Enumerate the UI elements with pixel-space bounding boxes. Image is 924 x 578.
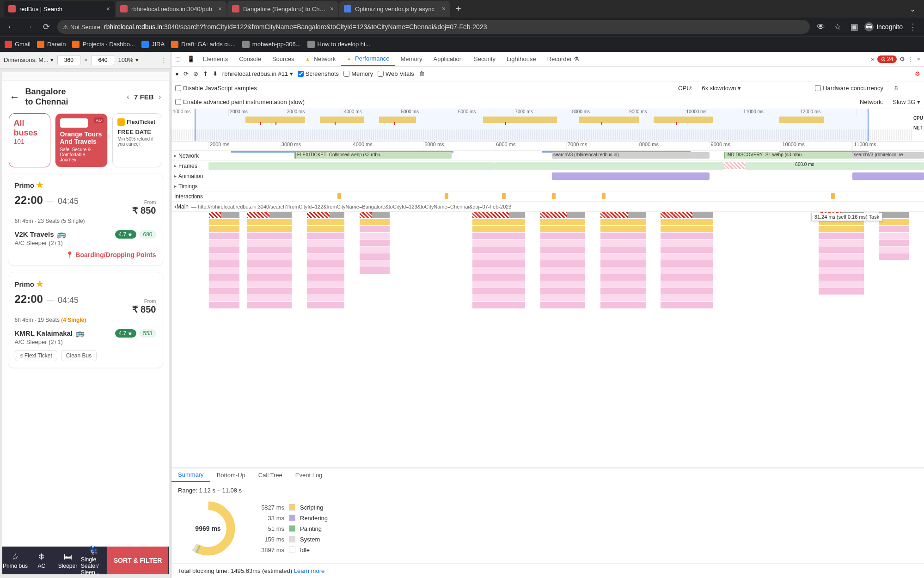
chip-all-buses[interactable]: All buses 101 xyxy=(9,113,50,167)
trash-icon[interactable]: 🗑 xyxy=(419,70,425,77)
not-secure-badge[interactable]: ⚠ Not Secure xyxy=(63,24,100,31)
cpu-throttle-select[interactable]: 6x slowdown ▾ xyxy=(702,85,741,92)
filter-ac[interactable]: ❄AC xyxy=(28,552,55,569)
chevron-right-icon[interactable]: ▸ xyxy=(174,184,177,189)
track-frames[interactable]: ▸Frames 600.0 ms xyxy=(171,161,924,171)
memory-checkbox[interactable]: Memory xyxy=(343,70,373,77)
track-animation[interactable]: ▸Animation xyxy=(171,171,924,181)
web-vitals-checkbox[interactable]: Web Vitals xyxy=(378,70,414,77)
filter-primo[interactable]: ☆Primo bus xyxy=(2,552,29,569)
tab-event-log[interactable]: Event Log xyxy=(289,468,329,482)
bookmark-item[interactable]: Projects · Dashbo... xyxy=(72,41,135,48)
tab-bottom-up[interactable]: Bottom-Up xyxy=(210,468,252,482)
filter-sleeper[interactable]: 🛏Sleeper xyxy=(55,552,81,569)
mobile-page[interactable]: ← Bangalore to Chennai ‹ 7 FEB › All bus… xyxy=(2,80,169,574)
main-flame-chart[interactable]: 31.24 ms (self 0.16 ms) Task xyxy=(171,212,924,467)
bookmark-item[interactable]: Darwin xyxy=(37,41,66,48)
browser-tab[interactable]: Bangalore (Bengaluru) to Chen × xyxy=(227,1,338,17)
tab-lighthouse[interactable]: Lighthouse xyxy=(501,52,542,66)
tab-list-dropdown[interactable]: ⌄ xyxy=(905,5,920,13)
track-interactions[interactable]: Interactions xyxy=(171,191,924,202)
back-button[interactable]: ← xyxy=(5,20,18,33)
network-throttle-select[interactable]: Slow 3G ▾ xyxy=(893,98,920,105)
bus-card[interactable]: Primo ★ 22:00 — 04:45 From ₹ 850 xyxy=(8,272,163,368)
network-bar[interactable]: searchV3 (rbhirelocal.re xyxy=(852,152,924,159)
network-bar[interactable]: searchV3 (rbhirelocal.redbus.in) xyxy=(552,152,710,159)
browser-menu-icon[interactable]: ⋮ xyxy=(906,20,919,33)
tab-summary[interactable]: Summary xyxy=(171,468,210,482)
disable-js-samples-checkbox[interactable]: Disable JavaScript samples xyxy=(175,85,257,92)
chip-orange-travels[interactable]: AD Orange Tours And Travels Safe, Secure… xyxy=(55,113,108,167)
close-icon[interactable]: × xyxy=(917,55,920,62)
new-tab-button[interactable]: + xyxy=(451,4,466,14)
reload-button[interactable]: ⟳ xyxy=(40,20,53,33)
recording-select[interactable]: rbhirelocal.redbus.in #11 ▾ xyxy=(222,70,293,77)
screenshots-checkbox[interactable]: Screenshots xyxy=(298,70,339,77)
device-select[interactable]: Dimensions: M... ▾ xyxy=(4,56,54,63)
incognito-badge[interactable]: 🕶 Incognito xyxy=(864,22,903,31)
download-icon[interactable]: ⬇ xyxy=(213,70,218,77)
clear-button[interactable]: ⊘ xyxy=(193,70,198,77)
hw-concurrency-input[interactable] xyxy=(893,84,920,92)
tab-recorder[interactable]: Recorder ⚗ xyxy=(542,52,585,66)
close-icon[interactable]: × xyxy=(442,5,446,12)
network-bar[interactable]: FLEXITICKET_Collapsed.webp (s3.rdbu... xyxy=(294,152,452,159)
forward-button[interactable]: → xyxy=(22,20,35,33)
track-network[interactable]: ▸Network FLEXITICKET_Collapsed.webp (s3.… xyxy=(171,151,924,161)
bookmark-item[interactable]: mobweb-pp-306... xyxy=(242,41,301,48)
tab-elements[interactable]: Elements xyxy=(197,52,233,66)
zoom-select[interactable]: 100% ▾ xyxy=(118,56,138,63)
learn-more-link[interactable]: Learn more xyxy=(294,567,324,574)
bookmark-item[interactable]: Gmail xyxy=(5,41,31,48)
date-next-icon[interactable]: › xyxy=(159,92,161,102)
device-toggle-icon[interactable]: 📱 xyxy=(184,53,197,66)
filter-single-seater[interactable]: 💺Single Seater/ Sleep... xyxy=(81,545,107,574)
browser-tab[interactable]: redBus | Search × xyxy=(4,1,115,17)
hw-concurrency-checkbox[interactable]: Hardware concurrency xyxy=(815,85,883,92)
track-timings[interactable]: ▸Timings xyxy=(171,181,924,191)
device-menu-icon[interactable]: ⋮ xyxy=(161,56,167,63)
tab-call-tree[interactable]: Call Tree xyxy=(252,468,289,482)
upload-icon[interactable]: ⬆ xyxy=(203,70,208,77)
sort-filter-button[interactable]: SORT & FILTER xyxy=(107,547,169,574)
tab-console[interactable]: Console xyxy=(233,52,267,66)
overview-selection[interactable] xyxy=(195,109,869,141)
tab-application[interactable]: Application xyxy=(428,52,468,66)
height-input[interactable] xyxy=(91,55,114,65)
star-icon[interactable]: ☆ xyxy=(831,20,844,33)
tab-memory[interactable]: Memory xyxy=(395,52,428,66)
more-icon[interactable]: ⋮ xyxy=(908,55,914,62)
date-prev-icon[interactable]: ‹ xyxy=(127,92,129,102)
bookmark-item[interactable]: How to develop hi... xyxy=(307,41,370,48)
bus-list[interactable]: Primo ★ 22:00 — 04:45 From ₹ 850 xyxy=(2,173,169,547)
browser-tab[interactable]: rbhirelocal.redbus.in:3040/pub × xyxy=(116,1,226,17)
close-icon[interactable]: × xyxy=(218,5,222,12)
chevron-right-icon[interactable]: ▸ xyxy=(174,163,177,168)
tab-network[interactable]: Network xyxy=(300,52,342,66)
side-panel-icon[interactable]: ▣ xyxy=(848,20,861,33)
bookmark-item[interactable]: JIRA xyxy=(141,41,165,48)
bookmark-item[interactable]: Draft: GA: adds cu... xyxy=(171,41,236,48)
eye-off-icon[interactable]: 👁 xyxy=(814,20,827,33)
record-button[interactable]: ● xyxy=(175,70,179,77)
chevron-right-icon[interactable]: ▸ xyxy=(174,173,177,178)
close-icon[interactable]: × xyxy=(330,5,334,12)
chevron-right-icon[interactable]: ▸ xyxy=(174,153,177,158)
browser-tab[interactable]: Optimizing vendor.js by async × xyxy=(339,1,450,17)
chip-flexi-ticket[interactable]: FlexiTicket FREE DATE Min 50% refund if … xyxy=(112,113,162,167)
back-arrow-icon[interactable]: ← xyxy=(10,91,20,103)
timeline-overview[interactable]: 1000 ms 2000 ms 3000 ms 4000 ms 5000 ms … xyxy=(171,109,924,141)
bus-card[interactable]: Primo ★ 22:00 — 04:45 From ₹ 850 xyxy=(8,173,163,265)
date-label[interactable]: 7 FEB xyxy=(134,93,154,101)
url-input[interactable]: ⚠ Not Secure rbhirelocal.redbus.in:3040/… xyxy=(57,20,810,34)
track-main-header[interactable]: ▾ Main — http://rbhirelocal.redbus.in:30… xyxy=(171,202,924,212)
perf-settings-icon[interactable]: ⚙ xyxy=(915,70,920,77)
tab-sources[interactable]: Sources xyxy=(267,52,300,66)
tab-performance[interactable]: Performance xyxy=(341,52,395,66)
reload-record-button[interactable]: ⟳ xyxy=(184,70,189,77)
advanced-paint-checkbox[interactable]: Enable advanced paint instrumentation (s… xyxy=(175,98,305,105)
more-tabs-icon[interactable]: » xyxy=(871,55,874,62)
network-bar[interactable]: IND DISCOVERY_SL.webp (s3.rdbu xyxy=(724,152,853,159)
tab-security[interactable]: Security xyxy=(468,52,501,66)
width-input[interactable] xyxy=(57,55,80,65)
